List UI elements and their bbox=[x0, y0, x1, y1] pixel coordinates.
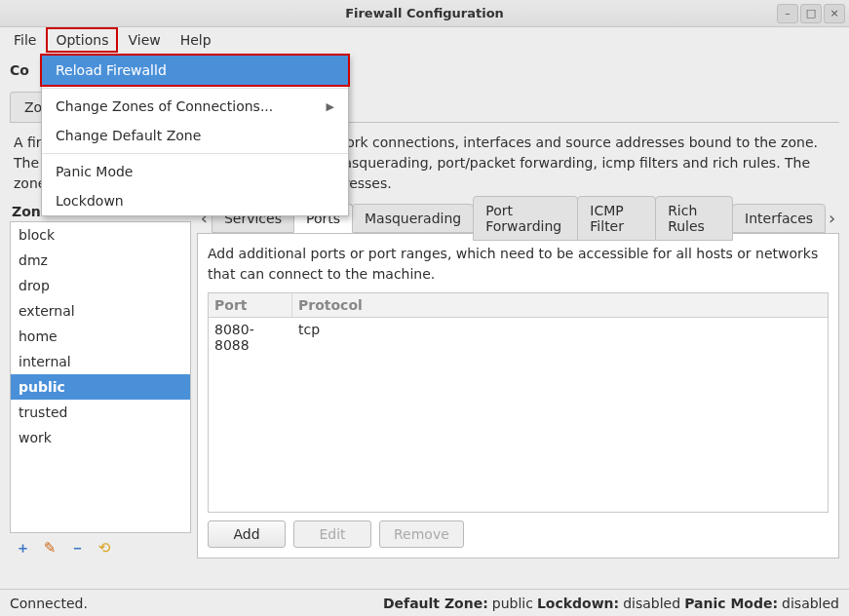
options-change-default-zone[interactable]: Change Default Zone bbox=[42, 121, 348, 150]
zone-item-drop[interactable]: drop bbox=[11, 273, 190, 298]
ports-table-header: Port Protocol bbox=[209, 293, 828, 318]
options-lockdown[interactable]: Lockdown bbox=[42, 186, 348, 215]
cell-port: 8080-8088 bbox=[209, 318, 292, 357]
zone-item-block[interactable]: block bbox=[11, 222, 190, 248]
status-panic-label: Panic Mode: bbox=[684, 596, 778, 611]
menu-separator bbox=[42, 88, 348, 89]
status-panic-value: disabled bbox=[782, 596, 839, 611]
add-button[interactable]: Add bbox=[208, 520, 286, 548]
ports-panel: Add additional ports or port ranges, whi… bbox=[197, 233, 839, 558]
col-protocol[interactable]: Protocol bbox=[292, 293, 828, 317]
right-column: ‹ Services Ports Masquerading Port Forwa… bbox=[197, 202, 839, 558]
menu-file[interactable]: File bbox=[4, 27, 46, 53]
zone-item-home[interactable]: home bbox=[11, 324, 190, 349]
options-change-zones-connections-label: Change Zones of Connections... bbox=[56, 98, 273, 114]
status-lockdown-label: Lockdown: bbox=[537, 596, 619, 611]
options-change-zones-connections[interactable]: Change Zones of Connections... ▶ bbox=[42, 92, 348, 121]
tabs-scroll-right[interactable]: › bbox=[825, 208, 839, 228]
zone-item-internal[interactable]: internal bbox=[11, 349, 190, 374]
zone-remove-button[interactable]: － bbox=[68, 539, 86, 557]
status-default-zone-label: Default Zone: bbox=[383, 596, 488, 611]
table-row[interactable]: 8080-8088 tcp bbox=[209, 318, 828, 357]
menu-options[interactable]: Options bbox=[46, 27, 118, 53]
zone-column: Zone block dmz drop external home intern… bbox=[10, 202, 191, 558]
remove-button[interactable]: Remove bbox=[379, 520, 464, 548]
ports-table: Port Protocol 8080-8088 tcp bbox=[208, 292, 829, 513]
menu-separator bbox=[42, 153, 348, 154]
menubar: File Options View Help bbox=[0, 27, 849, 53]
zone-add-button[interactable]: ＋ bbox=[14, 539, 31, 557]
zone-defaults-button[interactable]: ⟲ bbox=[96, 539, 113, 557]
zone-item-external[interactable]: external bbox=[11, 298, 190, 324]
options-dropdown: Reload Firewalld Change Zones of Connect… bbox=[41, 55, 349, 216]
tab-masquerading[interactable]: Masquerading bbox=[352, 204, 474, 233]
status-connected: Connected. bbox=[10, 596, 88, 611]
options-panic-mode[interactable]: Panic Mode bbox=[42, 157, 348, 186]
tab-interfaces[interactable]: Interfaces bbox=[732, 204, 826, 233]
zone-item-work[interactable]: work bbox=[11, 425, 190, 450]
edit-button[interactable]: Edit bbox=[293, 520, 371, 548]
zone-toolbar: ＋ ✎ － ⟲ bbox=[10, 533, 191, 558]
tab-rich-rules[interactable]: Rich Rules bbox=[655, 196, 733, 241]
ports-buttons: Add Edit Remove bbox=[208, 513, 829, 548]
ports-description: Add additional ports or port ranges, whi… bbox=[208, 244, 829, 285]
titlebar: Firewall Configuration – □ × bbox=[0, 0, 849, 27]
zone-item-trusted[interactable]: trusted bbox=[11, 400, 190, 425]
main-grid: Zone block dmz drop external home intern… bbox=[10, 202, 839, 562]
menu-view[interactable]: View bbox=[118, 27, 170, 53]
zone-item-dmz[interactable]: dmz bbox=[11, 248, 190, 273]
tab-icmp-filter[interactable]: ICMP Filter bbox=[577, 196, 656, 241]
col-port[interactable]: Port bbox=[209, 293, 292, 317]
zone-item-public[interactable]: public bbox=[11, 374, 190, 400]
zone-list[interactable]: block dmz drop external home internal pu… bbox=[10, 221, 191, 533]
options-reload-firewalld[interactable]: Reload Firewalld bbox=[40, 54, 350, 87]
statusbar: Connected. Default Zone: public Lockdown… bbox=[0, 589, 849, 616]
window-title: Firewall Configuration bbox=[0, 6, 849, 20]
cell-protocol: tcp bbox=[292, 318, 828, 357]
zone-edit-button[interactable]: ✎ bbox=[41, 539, 58, 557]
status-right: Default Zone: public Lockdown: disabled … bbox=[383, 596, 839, 611]
status-lockdown-value: disabled bbox=[623, 596, 680, 611]
status-default-zone-value: public bbox=[492, 596, 533, 611]
tab-port-forwarding[interactable]: Port Forwarding bbox=[473, 196, 578, 241]
menu-help[interactable]: Help bbox=[171, 27, 221, 53]
chevron-right-icon: ▶ bbox=[327, 100, 334, 113]
